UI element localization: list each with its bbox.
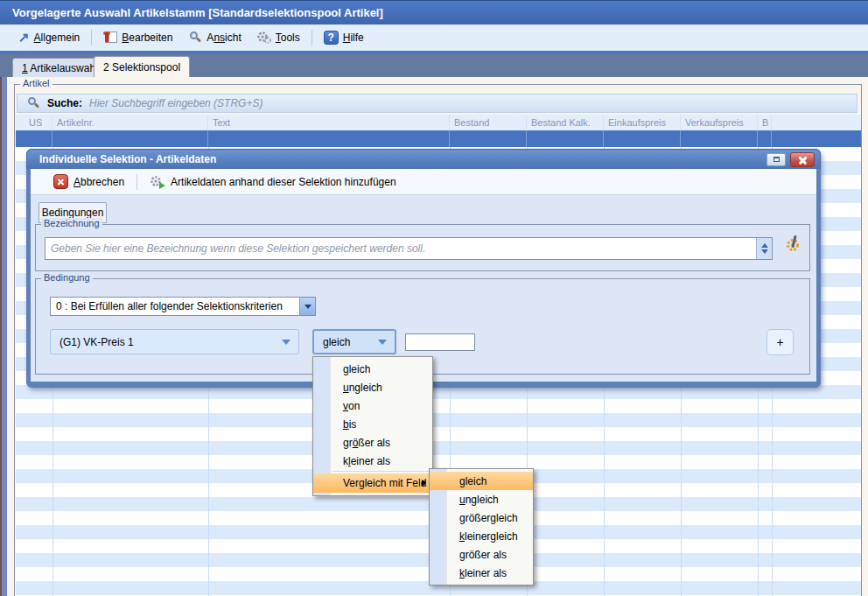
menu-item-bis[interactable]: bis [313, 415, 432, 433]
dialog-frame: Abbrechen Artikeldaten anhand dieser Sel… [26, 169, 821, 388]
submenu-item-kleinergleich[interactable]: kleinergleich [430, 527, 533, 545]
application-window: Vorgelagerte Auswahl Artikelstamm [Stand… [0, 0, 868, 596]
window-titlebar[interactable]: Vorgelagerte Auswahl Artikelstamm [Stand… [0, 0, 868, 25]
search-label: Suche: [47, 97, 82, 109]
menu-item-gleich[interactable]: gleich [313, 360, 432, 378]
arrow-up-right-icon: ↗ [18, 32, 30, 44]
tab-selektionspool[interactable]: 2 Selektionspool [94, 56, 190, 77]
dialog-close-button[interactable] [790, 152, 815, 167]
menu-tools[interactable]: Tools [249, 28, 308, 47]
column-header-bestand-kalk[interactable]: Bestand Kalk. [527, 115, 604, 130]
minimize-icon [774, 157, 780, 162]
dialog-titlebar[interactable]: Individuelle Selektion - Artikeldaten [26, 149, 821, 169]
field-combobox[interactable]: (G1) VK-Preis 1 [50, 329, 299, 354]
operator-menu: gleich ungleich von bis größer als klein… [312, 356, 433, 496]
menu-bearbeiten[interactable]: Bearbeiten [95, 28, 180, 47]
menu-allgemein-label: Allgemein [34, 32, 80, 44]
submenu-item-groessergleich[interactable]: größergleich [430, 508, 533, 527]
condition-mode-value: 0 : Bei Erfüllen aller folgender Selekti… [51, 300, 299, 312]
add-condition-button[interactable]: + [766, 329, 794, 355]
column-header-filler [772, 115, 861, 130]
add-articles-button[interactable]: Artikeldaten anhand dieser Selektion hin… [144, 172, 402, 192]
menu-item-groesser-als[interactable]: größer als [313, 433, 432, 452]
compare-field-submenu: gleich ungleich größergleich kleinerglei… [429, 468, 534, 585]
tab-artikelauswahl-label: 1 Artikelauswahl [22, 62, 98, 74]
menu-allgemein[interactable]: ↗ Allgemein [10, 29, 88, 46]
dialog-minimize-button[interactable] [766, 153, 786, 166]
gears-icon [257, 31, 271, 45]
chevron-down-icon [304, 305, 312, 309]
menu-item-kleiner-als[interactable]: kleiner als [313, 452, 432, 470]
help-icon: ? [324, 31, 339, 45]
search-bar[interactable]: Suche: [17, 94, 858, 113]
spinner-up-icon [761, 243, 768, 248]
menu-item-ungleich[interactable]: ungleich [313, 378, 432, 396]
tab-strip: 1 Artikelauswahl 2 Selektionspool [0, 53, 868, 77]
submenu-item-gleich[interactable]: gleich [430, 472, 533, 490]
window-title: Vorgelagerte Auswahl Artikelstamm [Stand… [12, 6, 383, 19]
menu-bearbeiten-label: Bearbeiten [122, 32, 172, 44]
bezeichnung-dropdown-spinner[interactable] [756, 238, 772, 259]
submenu-item-groesser-als[interactable]: größer als [430, 545, 533, 564]
add-articles-label: Artikeldaten anhand dieser Selektion hin… [171, 176, 396, 188]
selection-dialog: Individuelle Selektion - Artikeldaten Ab… [26, 149, 821, 388]
plus-icon: + [776, 335, 783, 349]
spinner-down-icon [761, 249, 768, 254]
bezeichnung-input[interactable] [46, 238, 756, 259]
submenu-arrow-icon [422, 480, 426, 487]
edit-icon [103, 31, 117, 45]
column-header-einkaufspreis[interactable]: Einkaufspreis [604, 115, 681, 130]
magnifier-icon [188, 31, 202, 45]
add-selection-icon [150, 175, 165, 189]
bezeichnung-group-label: Bezeichnung [41, 218, 102, 228]
column-header-text[interactable]: Text [208, 115, 450, 130]
column-header-bestand[interactable]: Bestand [450, 115, 527, 130]
column-header-verkaufspreis[interactable]: Verkaufspreis [681, 115, 758, 130]
dialog-toolbar: Abbrechen Artikeldaten anhand dieser Sel… [31, 169, 816, 195]
selected-table-row[interactable] [16, 130, 861, 147]
menu-ansicht-label: Ansicht [206, 32, 241, 44]
bezeichnung-group: Bezeichnung [35, 224, 810, 271]
column-header-b[interactable]: B [758, 115, 772, 130]
dialog-body: Bedingungen Bezeichnung [31, 195, 816, 382]
condition-mode-combobox[interactable]: 0 : Bei Erfüllen aller folgender Selekti… [50, 297, 316, 316]
column-header-us[interactable]: US [16, 115, 52, 130]
field-combobox-value: (G1) VK-Preis 1 [51, 336, 282, 348]
menu-hilfe-label: Hilfe [343, 32, 364, 44]
menu-tools-label: Tools [276, 32, 300, 44]
menu-item-vergleich-mit-feld[interactable]: Vergleich mit Feld [313, 473, 432, 493]
condition-mode-dropdown-button[interactable] [299, 298, 315, 315]
menu-item-von[interactable]: von [313, 396, 432, 415]
chevron-down-icon [378, 340, 387, 345]
toolbar-separator [136, 174, 137, 190]
menubar-separator [91, 30, 92, 46]
tab-selektionspool-label: 2 Selektionspool [103, 61, 180, 74]
dialog-title: Individuelle Selektion - Artikeldaten [39, 153, 766, 165]
menubar: ↗ Allgemein Bearbeiten Ansicht Tools ? H… [0, 25, 868, 51]
bezeichnung-field-wrap [45, 237, 773, 260]
bedingung-group-label: Bedingung [41, 272, 93, 283]
cancel-x-icon [53, 174, 68, 189]
menu-ansicht[interactable]: Ansicht [180, 28, 248, 47]
menubar-separator [312, 30, 312, 46]
window-left-border [2, 77, 7, 596]
tab-bedingungen-label: Bedingungen [42, 207, 104, 219]
column-header-artikelnr[interactable]: Artikelnr. [52, 115, 208, 130]
cancel-button[interactable]: Abbrechen [48, 172, 130, 192]
comparison-value-input[interactable] [405, 333, 475, 351]
artikel-group-label: Artikel [20, 78, 52, 88]
operator-combobox[interactable]: gleich [312, 329, 396, 354]
menu-separator [332, 471, 430, 473]
article-table-header: US Artikelnr. Text Bestand Bestand Kalk.… [16, 115, 861, 130]
chevron-down-icon [282, 340, 290, 345]
cancel-button-label: Abbrechen [74, 176, 124, 188]
search-input[interactable] [89, 97, 857, 109]
menu-item-vergleich-label: Vergleich mit Feld [343, 477, 426, 489]
menu-hilfe[interactable]: ? Hilfe [316, 28, 372, 47]
submenu-item-kleiner-als[interactable]: kleiner als [430, 564, 533, 582]
submenu-item-ungleich[interactable]: ungleich [430, 490, 533, 508]
search-icon [26, 96, 40, 110]
operator-combobox-value: gleich [314, 336, 378, 348]
gear-icon[interactable] [785, 235, 802, 253]
